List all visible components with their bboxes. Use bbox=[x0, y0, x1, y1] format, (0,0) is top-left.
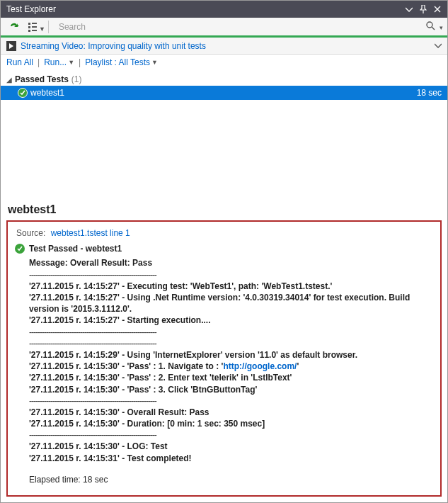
log-separator: ----------------------------------------… bbox=[29, 269, 432, 281]
log-line: '27.11.2015 r. 14:15:29' - Using 'Intern… bbox=[29, 349, 432, 361]
search-dropdown-icon[interactable]: ▾ bbox=[440, 24, 443, 31]
toolbar: ▼ Search ▾ bbox=[1, 18, 447, 38]
detail-box: Source: webtest1.tstest line 1 Test Pass… bbox=[6, 220, 442, 497]
separator: | bbox=[38, 57, 40, 67]
source-label: Source: bbox=[16, 228, 45, 238]
toolbar-separator bbox=[48, 21, 49, 33]
log-line: '27.11.2015 r. 14:15:27' - Using .Net Ru… bbox=[29, 292, 432, 315]
command-bar: Run All | Run...▼ | Playlist : All Tests… bbox=[1, 55, 447, 70]
log-line: '27.11.2015 r. 14:15:27' - Executing tes… bbox=[29, 281, 432, 292]
collapse-icon: ◢ bbox=[6, 76, 15, 84]
search-placeholder: Search bbox=[59, 22, 418, 32]
title-bar: Test Explorer bbox=[1, 1, 447, 18]
run-dropdown-link[interactable]: Run...▼ bbox=[44, 57, 74, 67]
chevron-down-icon: ▼ bbox=[151, 59, 158, 66]
svg-rect-1 bbox=[32, 23, 37, 24]
status-line: Test Passed - webtest1 bbox=[15, 243, 432, 254]
pass-icon bbox=[15, 244, 25, 254]
video-link[interactable]: Streaming Video: Improving quality with … bbox=[21, 41, 206, 51]
group-count: (1) bbox=[71, 74, 82, 84]
log-line: '27.11.2015 r. 14:15:27' - Starting exec… bbox=[29, 315, 432, 326]
test-row-webtest1[interactable]: webtest1 18 sec bbox=[1, 86, 447, 100]
status-text: Test Passed - webtest1 bbox=[29, 243, 122, 254]
chevron-down-icon: ▼ bbox=[68, 59, 74, 66]
log-line: '27.11.2015 r. 14:15:30' - 'Pass' : 3. C… bbox=[29, 384, 432, 395]
svg-rect-3 bbox=[32, 26, 37, 28]
log-line: '27.11.2015 r. 14:15:31' - Test complete… bbox=[29, 453, 432, 464]
svg-rect-4 bbox=[28, 30, 30, 32]
test-duration: 18 sec bbox=[417, 88, 442, 98]
pass-icon bbox=[18, 88, 28, 98]
svg-rect-0 bbox=[28, 23, 30, 25]
separator: | bbox=[79, 57, 81, 67]
log-line: '27.11.2015 r. 14:15:30' - Duration: [0 … bbox=[29, 418, 432, 429]
group-by-dropdown-icon[interactable]: ▼ bbox=[39, 26, 45, 33]
svg-point-6 bbox=[427, 22, 432, 28]
log-line: '27.11.2015 r. 14:15:30' - LOG: Test bbox=[29, 441, 432, 452]
elapsed-time: Elapsed time: 18 sec bbox=[29, 474, 432, 485]
log-line: '27.11.2015 r. 14:15:30' - Overall Resul… bbox=[29, 407, 432, 418]
video-dropdown-icon[interactable] bbox=[435, 41, 442, 51]
log-separator: ----------------------------------------… bbox=[29, 338, 432, 349]
search-icon[interactable] bbox=[423, 21, 438, 33]
svg-rect-5 bbox=[32, 30, 37, 31]
log-line: '27.11.2015 r. 14:15:30' - 'Pass' : 1. N… bbox=[29, 361, 432, 372]
detail-title: webtest1 bbox=[1, 199, 447, 219]
group-passed-tests[interactable]: ◢ Passed Tests (1) bbox=[1, 73, 447, 86]
source-link[interactable]: webtest1.tstest line 1 bbox=[51, 228, 130, 238]
search-input[interactable]: Search bbox=[54, 19, 423, 35]
play-icon bbox=[6, 41, 16, 51]
test-name: webtest1 bbox=[30, 88, 64, 98]
log-body: Message: Overall Result: Pass ----------… bbox=[29, 257, 432, 463]
message-header: Message: Overall Result: Pass bbox=[29, 257, 432, 269]
playlist-dropdown-link[interactable]: Playlist : All Tests▼ bbox=[85, 57, 158, 67]
log-separator: ----------------------------------------… bbox=[29, 327, 432, 338]
navigate-url-link[interactable]: http://google.com/ bbox=[223, 361, 297, 371]
video-link-row: Streaming Video: Improving quality with … bbox=[1, 38, 447, 55]
window-menu-button[interactable] bbox=[402, 3, 416, 16]
detail-source: Source: webtest1.tstest line 1 bbox=[16, 227, 432, 239]
group-label: Passed Tests bbox=[15, 74, 69, 84]
window-title: Test Explorer bbox=[6, 4, 56, 14]
svg-rect-2 bbox=[28, 26, 30, 28]
run-all-link[interactable]: Run All bbox=[6, 57, 33, 67]
detail-panel: webtest1 Source: webtest1.tstest line 1 … bbox=[1, 199, 447, 502]
test-tree: ◢ Passed Tests (1) webtest1 18 sec bbox=[1, 70, 447, 176]
log-separator: ----------------------------------------… bbox=[29, 395, 432, 407]
log-separator: ----------------------------------------… bbox=[29, 429, 432, 441]
log-line: '27.11.2015 r. 14:15:30' - 'Pass' : 2. E… bbox=[29, 372, 432, 383]
refresh-icon[interactable] bbox=[5, 19, 23, 35]
close-button[interactable] bbox=[430, 3, 444, 16]
pin-button[interactable] bbox=[416, 3, 430, 16]
